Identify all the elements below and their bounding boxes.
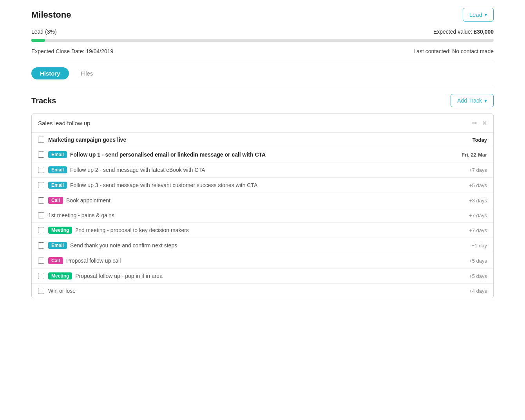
- track-item-checkbox[interactable]: [38, 182, 44, 188]
- track-item-tag-email: Email: [48, 151, 67, 158]
- track-item-date: +7 days: [463, 167, 487, 173]
- page-title: Milestone: [31, 10, 71, 20]
- track-item-date: +5 days: [463, 258, 487, 264]
- track-item: 1st meeting - pains & gains+7 days: [32, 208, 493, 223]
- track-item-checkbox[interactable]: [38, 258, 44, 264]
- track-item-text: Proposal follow up call: [66, 258, 121, 264]
- track-item-content: Marketing campaign goes live: [48, 137, 462, 143]
- track-item-content: EmailFollow up 2 - send message with lat…: [48, 166, 459, 173]
- expected-value: Expected value: £30,000: [433, 29, 494, 35]
- track-item-date: Fri, 22 Mar: [455, 152, 487, 158]
- track-item-date: Today: [466, 137, 487, 143]
- chevron-down-icon: ▾: [484, 97, 487, 104]
- track-item: EmailFollow up 3 - send message with rel…: [32, 178, 493, 193]
- tab-files[interactable]: Files: [77, 67, 97, 79]
- track-item-tag-meeting: Meeting: [48, 227, 72, 234]
- progress-bar-fill: [31, 39, 45, 42]
- lead-label: Lead: [469, 11, 482, 18]
- track-item-text: Proposal follow up - pop in if in area: [75, 273, 163, 279]
- track-item-tag-email: Email: [48, 182, 67, 189]
- last-contacted: Last contacted: No contact made: [413, 48, 494, 54]
- track-item-tag-call: Call: [48, 197, 63, 204]
- track-item-text: Marketing campaign goes live: [48, 137, 126, 143]
- track-item-checkbox[interactable]: [38, 151, 44, 158]
- edit-track-button[interactable]: ✏: [472, 119, 477, 127]
- track-item: CallBook appointment+3 days: [32, 193, 493, 208]
- track-item-text: Book appointment: [66, 197, 110, 204]
- tab-bar: History Files: [31, 61, 494, 86]
- chevron-down-icon: ▾: [485, 12, 487, 18]
- track-item-text: Send thank you note and confirm next ste…: [70, 242, 177, 249]
- track-item-date: +3 days: [463, 198, 487, 204]
- track-item-text: 2nd meeting - proposal to key decision m…: [75, 227, 188, 233]
- track-card: Sales lead follow up ✏ ✕ Marketing campa…: [31, 114, 494, 298]
- track-item: Marketing campaign goes liveToday: [32, 133, 493, 147]
- track-item-date: +7 days: [463, 227, 487, 233]
- close-date: Expected Close Date: 19/04/2019: [31, 48, 113, 54]
- track-item-date: +5 days: [463, 182, 487, 188]
- track-item-text: Win or lose: [48, 288, 76, 294]
- track-item: Win or lose+4 days: [32, 284, 493, 298]
- track-item-checkbox[interactable]: [38, 242, 44, 249]
- track-item-date: +1 day: [465, 243, 487, 249]
- track-item: EmailFollow up 2 - send message with lat…: [32, 162, 493, 178]
- track-item-content: CallBook appointment: [48, 197, 459, 204]
- add-track-label: Add Track: [457, 97, 482, 104]
- track-item-content: CallProposal follow up call: [48, 257, 459, 264]
- lead-status-button[interactable]: Lead ▾: [463, 8, 494, 22]
- expected-value-amount: £30,000: [474, 29, 494, 35]
- track-item-text: 1st meeting - pains & gains: [48, 212, 114, 218]
- track-items-list: Marketing campaign goes liveTodayEmailFo…: [32, 133, 493, 298]
- track-item-checkbox[interactable]: [38, 288, 44, 294]
- track-item-date: +7 days: [463, 213, 487, 218]
- track-item-content: Win or lose: [48, 288, 459, 294]
- track-item-checkbox[interactable]: [38, 212, 44, 218]
- add-track-button[interactable]: Add Track ▾: [451, 94, 494, 107]
- track-item-tag-email: Email: [48, 166, 67, 173]
- track-item-tag-call: Call: [48, 257, 63, 264]
- track-item: Meeting2nd meeting - proposal to key dec…: [32, 223, 493, 238]
- progress-label: Lead (3%): [31, 29, 57, 35]
- track-item-date: +4 days: [463, 288, 487, 294]
- track-item-content: Meeting2nd meeting - proposal to key dec…: [48, 227, 459, 234]
- track-item-text: Follow up 3 - send message with relevant…: [70, 182, 257, 188]
- track-item-tag-meeting: Meeting: [48, 272, 72, 279]
- track-item-checkbox[interactable]: [38, 137, 44, 143]
- progress-bar-container: [31, 39, 494, 42]
- track-item-content: EmailFollow up 1 - send personalised ema…: [48, 151, 451, 158]
- close-track-button[interactable]: ✕: [482, 119, 487, 127]
- tracks-title: Tracks: [31, 96, 56, 105]
- track-item-tag-email: Email: [48, 242, 67, 249]
- track-item-date: +5 days: [463, 273, 487, 279]
- track-item-checkbox[interactable]: [38, 227, 44, 233]
- track-card-title: Sales lead follow up: [38, 120, 90, 126]
- track-item: EmailSend thank you note and confirm nex…: [32, 238, 493, 253]
- expected-value-label: Expected value:: [433, 29, 472, 35]
- track-item-content: EmailFollow up 3 - send message with rel…: [48, 182, 459, 189]
- track-item: MeetingProposal follow up - pop in if in…: [32, 269, 493, 284]
- track-item: EmailFollow up 1 - send personalised ema…: [32, 147, 493, 162]
- tab-history[interactable]: History: [31, 67, 69, 79]
- track-item-content: 1st meeting - pains & gains: [48, 212, 459, 218]
- track-item-text: Follow up 1 - send personalised email or…: [70, 151, 266, 158]
- track-item: CallProposal follow up call+5 days: [32, 253, 493, 269]
- track-item-text: Follow up 2 - send message with latest e…: [70, 167, 205, 173]
- track-item-content: EmailSend thank you note and confirm nex…: [48, 242, 462, 249]
- track-item-content: MeetingProposal follow up - pop in if in…: [48, 272, 459, 279]
- track-item-checkbox[interactable]: [38, 273, 44, 279]
- track-item-checkbox[interactable]: [38, 167, 44, 173]
- track-item-checkbox[interactable]: [38, 197, 44, 204]
